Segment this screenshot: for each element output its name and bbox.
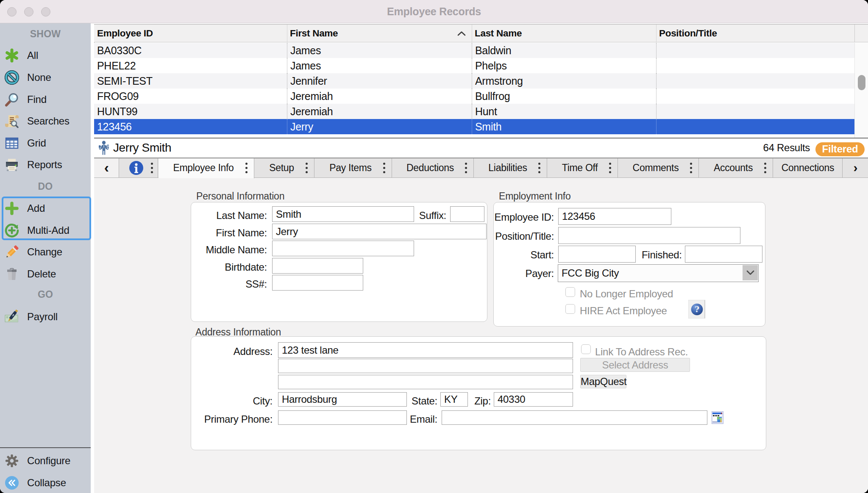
tabs-scroll-left-button[interactable]: ‹ (94, 158, 119, 177)
start-date-input[interactable] (558, 246, 636, 263)
tab-accounts[interactable]: Accounts (699, 158, 773, 177)
column-separator (472, 73, 472, 89)
sidebar-item-configure[interactable]: Configure (0, 452, 91, 469)
svg-text:?: ? (695, 305, 699, 314)
scrollbar-thumb[interactable] (858, 75, 865, 90)
primary-phone-input[interactable] (278, 410, 407, 425)
dropdown-button[interactable] (743, 265, 758, 280)
employment-info-box: Employee ID: Position/Title: Start: Fini… (493, 202, 765, 327)
hire-act-help-button[interactable]: ? (688, 300, 705, 319)
tab-deductions[interactable]: Deductions (392, 158, 474, 177)
no-longer-employed-checkbox[interactable] (565, 287, 575, 297)
tab-record-info[interactable] (120, 158, 158, 177)
address-line2-input[interactable] (278, 359, 573, 373)
column-separator (472, 119, 472, 134)
tab-menu-icon[interactable] (305, 163, 308, 174)
tab-pay-items[interactable]: Pay Items (315, 158, 392, 177)
sidebar-item-change[interactable]: Change (0, 244, 91, 260)
tab-menu-icon[interactable] (382, 163, 386, 174)
payer-dropdown[interactable]: FCC Big City (558, 264, 759, 282)
sort-ascending-icon (457, 30, 466, 36)
employee-table: BA0330C James Baldwin PHEL22 James Phelp… (94, 43, 854, 134)
sidebar-item-all[interactable]: All (0, 47, 91, 64)
middle-name-input[interactable] (272, 241, 414, 256)
table-row[interactable]: HUNT99 Jeremiah Hunt (94, 104, 854, 119)
sidebar: SHOW All None (0, 23, 91, 493)
sidebar-item-none[interactable]: None (0, 69, 91, 86)
column-separator (287, 104, 287, 119)
finished-date-input[interactable] (685, 246, 762, 263)
table-header: Employee ID First Name Last Name Positio… (94, 25, 868, 42)
tabs-scroll-right-button[interactable]: › (843, 158, 868, 177)
sidebar-section-do: DO (0, 181, 91, 192)
hire-act-checkbox[interactable] (565, 304, 575, 314)
last-name-input[interactable] (272, 206, 414, 222)
first-name-input[interactable] (272, 224, 487, 239)
ssn-input[interactable] (272, 275, 363, 291)
employee-id-input[interactable] (558, 208, 671, 225)
table-row[interactable]: BA0330C James Baldwin (94, 43, 854, 58)
tab-setup[interactable]: Setup (255, 158, 314, 177)
sidebar-section-go: GO (0, 289, 91, 300)
mapquest-button[interactable]: MapQuest (580, 375, 626, 388)
search-list-icon (5, 114, 19, 128)
tab-employee-info[interactable]: Employee Info (159, 158, 254, 178)
asterisk-icon (5, 48, 19, 63)
sidebar-item-find[interactable]: Find (0, 91, 91, 108)
info-icon (129, 161, 143, 175)
sidebar-item-add[interactable]: Add (0, 200, 91, 217)
column-separator (472, 43, 472, 58)
tab-connections[interactable]: Connections (773, 158, 843, 177)
window-title: Employee Records (0, 0, 868, 23)
tab-menu-icon[interactable] (689, 163, 693, 174)
printer-icon (5, 158, 19, 172)
zip-input[interactable] (494, 392, 573, 407)
column-header-first-name[interactable]: First Name (287, 25, 472, 42)
table-row[interactable]: FROG09 Jeremiah Bullfrog (94, 89, 854, 104)
column-separator (656, 119, 657, 134)
sidebar-item-payroll[interactable]: Payroll (0, 308, 91, 325)
column-header-position-title[interactable]: Position/Title (656, 25, 854, 42)
column-separator (472, 58, 472, 73)
tab-menu-icon[interactable] (608, 163, 612, 174)
personal-info-title: Personal Information (196, 191, 284, 202)
select-address-button[interactable]: Select Address (580, 358, 690, 372)
column-separator (287, 43, 287, 58)
tab-menu-icon[interactable] (464, 163, 467, 174)
main-panel: Employee ID First Name Last Name Positio… (94, 23, 868, 493)
sidebar-item-grid[interactable]: Grid (0, 135, 91, 152)
tab-time-off[interactable]: Time Off (548, 158, 618, 177)
tab-menu-icon[interactable] (150, 163, 153, 174)
tab-menu-icon[interactable] (245, 163, 248, 174)
column-header-employee-id[interactable]: Employee ID (94, 25, 287, 42)
chevron-down-icon (746, 270, 755, 276)
sidebar-item-reports[interactable]: Reports (0, 156, 91, 173)
table-row[interactable]: SEMI-TEST Jennifer Armstrong (94, 73, 854, 89)
state-input[interactable] (440, 392, 468, 407)
address-window-icon[interactable] (712, 411, 723, 424)
gear-icon (5, 454, 19, 468)
email-input[interactable] (442, 410, 707, 425)
link-to-address-checkbox[interactable] (581, 344, 591, 354)
sidebar-item-collapse[interactable]: Collapse (0, 474, 91, 491)
table-row[interactable]: PHEL22 James Phelps (94, 58, 854, 73)
position-title-input[interactable] (558, 227, 740, 244)
column-header-last-name[interactable]: Last Name (472, 25, 656, 42)
sidebar-item-delete[interactable]: Delete (0, 266, 91, 283)
sidebar-item-searches[interactable]: Searches (0, 113, 91, 130)
city-input[interactable] (278, 392, 407, 407)
table-row-selected[interactable]: 123456 Jerry Smith (94, 119, 854, 134)
app-window: Employee Records SHOW All None (0, 0, 868, 493)
suffix-input[interactable] (450, 206, 484, 222)
birthdate-input[interactable] (272, 258, 363, 274)
table-scrollbar[interactable] (854, 43, 868, 138)
filtered-badge[interactable]: Filtered (815, 142, 865, 156)
tab-liabilities[interactable]: Liabilities (474, 158, 547, 177)
address-line3-input[interactable] (278, 375, 573, 389)
content-area: Personal Information Last Name: Suffix: … (94, 178, 868, 493)
tab-menu-icon[interactable] (763, 163, 767, 174)
address-line1-input[interactable] (278, 342, 573, 358)
tab-comments[interactable]: Comments (618, 158, 699, 177)
sidebar-item-multi-add[interactable]: Multi-Add (0, 222, 91, 239)
tab-menu-icon[interactable] (537, 163, 541, 174)
